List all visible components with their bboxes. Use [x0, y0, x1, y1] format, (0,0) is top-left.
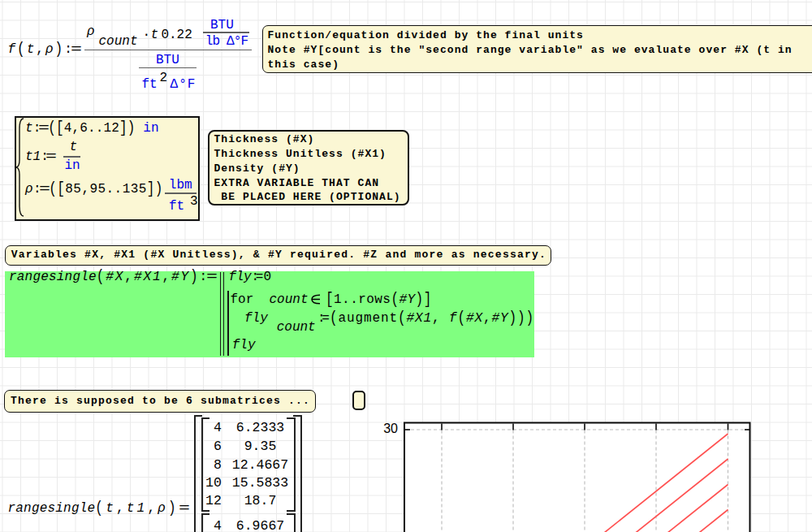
svg-text:30: 30	[383, 422, 398, 435]
